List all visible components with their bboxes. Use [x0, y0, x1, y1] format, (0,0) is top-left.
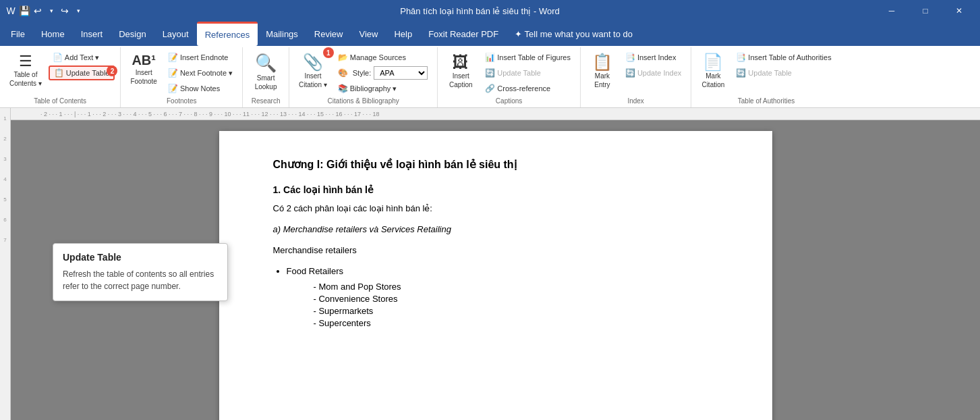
add-text-icon: 📄: [53, 53, 63, 62]
close-button[interactable]: ✕: [944, 0, 975, 22]
cross-reference-icon: 🔗: [485, 84, 495, 93]
mark-citation-button[interactable]: 📄 MarkCitation: [697, 50, 729, 92]
save-icon[interactable]: 💾: [19, 5, 30, 16]
show-notes-button[interactable]: 📝 Show Notes: [164, 81, 237, 96]
update-table-button[interactable]: 📋 Update Table 2: [49, 65, 115, 80]
maximize-button[interactable]: □: [910, 0, 941, 22]
update-table-toa-button[interactable]: 🔄 Update Table: [732, 65, 835, 80]
document-list1: Food Retailers: [287, 266, 718, 276]
toc-group-label: Table of Contents: [5, 96, 115, 106]
update-index-icon: 🔄: [625, 68, 635, 78]
ruler-mark-4: 4: [3, 169, 6, 189]
ribbon-group-citations: 📎 InsertCitation ▾ 1 📂 Manage Sources 🎨 …: [289, 47, 438, 107]
window-title: Phân tích loại hình bán lẻ siêu thị - Wo…: [89, 6, 871, 16]
table-figures-icon: 📊: [485, 53, 495, 62]
insert-table-figures-label: Insert Table of Figures: [497, 53, 571, 61]
menu-references[interactable]: References: [197, 22, 258, 46]
menu-review[interactable]: Review: [306, 22, 351, 46]
captions-col: 📊 Insert Table of Figures 🔄 Update Table…: [481, 50, 575, 96]
document-heading1: Chương I: Giới thiệu về loại hình bán lẻ…: [273, 158, 718, 171]
sublist-item-2: Convenience Stores: [314, 294, 718, 304]
manage-sources-label: Manage Sources: [350, 53, 406, 61]
redo-icon[interactable]: ↪: [59, 5, 70, 16]
menu-bar: File Home Insert Design Layout Reference…: [0, 22, 980, 46]
next-footnote-icon: 📝: [168, 68, 178, 78]
ribbon: ☰ Table ofContents ▾ 📄 Add Text ▾ 📋 Upda…: [0, 46, 980, 108]
document-heading2: 1. Các loại hình bán lẻ: [273, 184, 718, 195]
list-item-food: Food Retailers: [287, 266, 718, 276]
menu-layout[interactable]: Layout: [154, 22, 197, 46]
tooltip-title: Update Table: [63, 252, 218, 263]
menu-foxit[interactable]: Foxit Reader PDF: [420, 22, 507, 46]
update-table-label: Update Table: [66, 69, 110, 77]
ruler-mark-7: 7: [3, 230, 6, 250]
menu-insert[interactable]: Insert: [73, 22, 111, 46]
next-footnote-button[interactable]: 📝 Next Footnote ▾: [164, 65, 237, 80]
undo-dropdown-icon[interactable]: ▾: [46, 5, 57, 16]
show-notes-label: Show Notes: [180, 84, 220, 93]
captions-group-label: Captions: [443, 96, 575, 106]
toa-col: 📑 Insert Table of Authorities 🔄 Update T…: [732, 50, 835, 80]
menu-view[interactable]: View: [351, 22, 386, 46]
insert-citation-label: InsertCitation ▾: [299, 72, 327, 89]
cross-reference-button[interactable]: 🔗 Cross-reference: [481, 81, 575, 96]
ruler-mark-6: 6: [3, 209, 6, 230]
document-sublist1: Mom and Pop Stores Convenience Stores Su…: [314, 282, 718, 328]
menu-design[interactable]: Design: [111, 22, 154, 46]
ribbon-group-research: 🔍 SmartLookup Research: [243, 47, 289, 107]
minimize-button[interactable]: ─: [876, 0, 907, 22]
bibliography-label: Bibliography ▾: [350, 84, 397, 93]
tooltip-description: Refresh the table of contents so all ent…: [63, 268, 218, 292]
ribbon-group-toc: ☰ Table ofContents ▾ 📄 Add Text ▾ 📋 Upda…: [0, 47, 121, 107]
toc-col: 📄 Add Text ▾ 📋 Update Table 2: [49, 50, 115, 80]
index-group-label: Index: [586, 96, 685, 106]
update-index-button[interactable]: 🔄 Update Index: [621, 65, 685, 80]
insert-caption-button[interactable]: 🖼 InsertCaption: [443, 50, 478, 92]
smart-lookup-button[interactable]: 🔍 SmartLookup: [248, 50, 283, 94]
style-label: Style:: [353, 69, 372, 77]
ruler-numbers: · 2 · · · 1 · · · | · · · 1 · · · 2 · · …: [40, 111, 380, 117]
window-controls: ─ □ ✕: [876, 0, 975, 22]
ruler-mark-5: 5: [3, 189, 6, 209]
menu-help[interactable]: Help: [386, 22, 420, 46]
insert-footnote-button[interactable]: AB¹ InsertFootnote: [126, 50, 161, 88]
insert-index-button[interactable]: 📑 Insert Index: [621, 50, 685, 65]
style-select[interactable]: APA MLA Chicago: [374, 66, 428, 80]
menu-mailings[interactable]: Mailings: [258, 22, 306, 46]
menu-file[interactable]: File: [3, 22, 33, 46]
mark-entry-button[interactable]: 📋 MarkEntry: [586, 50, 618, 92]
add-text-button[interactable]: 📄 Add Text ▾: [49, 50, 115, 65]
ruler-mark-3: 3: [3, 149, 6, 169]
table-of-contents-button[interactable]: ☰ Table ofContents ▾: [5, 50, 46, 90]
footnote-label: InsertFootnote: [130, 68, 156, 86]
update-index-label: Update Index: [637, 69, 681, 77]
menu-home[interactable]: Home: [33, 22, 73, 46]
style-icon: 🎨: [338, 68, 348, 78]
customize-icon[interactable]: ▾: [73, 5, 84, 16]
badge-2: 2: [107, 65, 117, 76]
mark-citation-icon: 📄: [703, 53, 723, 72]
citations-group-label: Citations & Bibliography: [295, 96, 432, 106]
update-table-cap-label: Update Table: [497, 69, 541, 77]
mark-citation-label: MarkCitation: [701, 72, 724, 89]
mark-entry-label: MarkEntry: [594, 72, 610, 89]
title-bar-icons: W 💾 ↩ ▾ ↪ ▾: [5, 5, 84, 16]
ribbon-group-captions: 🖼 InsertCaption 📊 Insert Table of Figure…: [438, 47, 581, 107]
undo-icon[interactable]: ↩: [32, 5, 43, 16]
bibliography-button[interactable]: 📚 Bibliography ▾: [334, 81, 432, 96]
sublist-item-1: Mom and Pop Stores: [314, 282, 718, 292]
insert-table-figures-button[interactable]: 📊 Insert Table of Figures: [481, 50, 575, 65]
ribbon-group-toc-content: ☰ Table ofContents ▾ 📄 Add Text ▾ 📋 Upda…: [5, 50, 115, 96]
insert-endnote-label: Insert Endnote: [180, 53, 229, 61]
insert-toa-button[interactable]: 📑 Insert Table of Authorities: [732, 50, 835, 65]
ruler-mark-2: 2: [3, 128, 6, 149]
insert-endnote-button[interactable]: 📝 Insert Endnote: [164, 50, 237, 65]
ruler-top: · 2 · · · 1 · · · | · · · 1 · · · 2 · · …: [11, 108, 980, 120]
update-table-cap-button[interactable]: 🔄 Update Table: [481, 65, 575, 80]
manage-sources-button[interactable]: 📂 Manage Sources: [334, 50, 432, 65]
ribbon-group-index-content: 📋 MarkEntry 📑 Insert Index 🔄 Update Inde…: [586, 50, 685, 96]
insert-citation-wrap: 📎 InsertCitation ▾ 1: [295, 50, 331, 92]
update-table-toa-label: Update Table: [748, 69, 792, 77]
ruler-sidebar: 1 2 3 4 5 6 7: [0, 108, 11, 420]
menu-tell[interactable]: ✦ Tell me what you want to do: [507, 22, 641, 46]
